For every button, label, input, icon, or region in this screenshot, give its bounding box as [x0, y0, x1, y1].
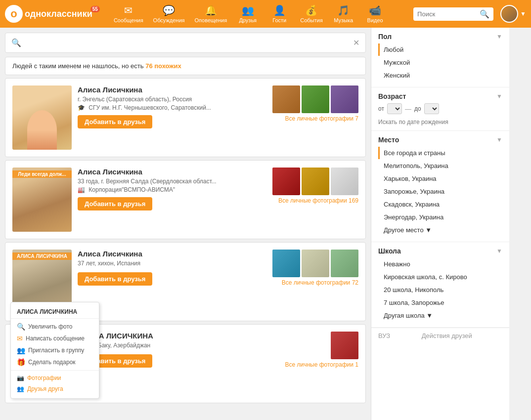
photo-thumb-2-3[interactable] — [331, 168, 358, 195]
filter-gender-any[interactable]: Любой — [378, 43, 502, 56]
filter-place-skadovsk[interactable]: Скадовск, Украина — [378, 198, 502, 210]
age-separator: — — [405, 105, 411, 113]
from-label: от — [378, 105, 384, 112]
logo[interactable]: o одноклассники 55 — [5, 5, 104, 23]
messages-icon: ✉ — [124, 4, 133, 16]
nav-events[interactable]: 💰 События — [296, 2, 326, 25]
all-photos-link-3[interactable]: Все личные фотографии 72 — [282, 279, 358, 286]
context-menu-friends[interactable]: 👥 Друзья друга — [11, 383, 99, 394]
search-bar: 🔍 алиса лисичкна ✕ — [5, 33, 366, 53]
add-friend-btn-3[interactable]: Добавить в друзья — [78, 272, 152, 286]
filter-school-nevazno[interactable]: Неважно — [378, 258, 502, 270]
person-avatar-1[interactable] — [12, 85, 72, 150]
filter-school-toggle[interactable]: ▼ — [496, 248, 502, 254]
person-edu-1: 🎓 СГУ им. Н.Г. Чернышевского, Саратовски… — [78, 104, 264, 111]
notifications-icon: 🔔 — [205, 4, 217, 16]
invite-icon: 👥 — [17, 346, 25, 354]
person-name-3[interactable]: Алиса Лисичкина — [78, 250, 264, 258]
nav-messages[interactable]: ✉ Сообщения — [110, 2, 147, 25]
filter-school: Школа ▼ Неважно Кировская школа, с. Киро… — [371, 242, 509, 328]
all-photos-link-2[interactable]: Все личные фотографии 169 — [278, 197, 358, 204]
photo-thumb-3-3[interactable] — [331, 250, 358, 277]
filter-place-title: Место ▼ — [378, 136, 502, 144]
filter-school-kirovo[interactable]: Кировская школа, с. Кирово — [378, 271, 502, 283]
nav-guests[interactable]: 👤 Гости — [265, 2, 294, 25]
age-from-select[interactable] — [387, 103, 402, 114]
nav-notifications[interactable]: 🔔 Оповещения — [191, 2, 231, 25]
nav-events-label: События — [300, 17, 322, 23]
work-icon-2: 🏭 — [78, 186, 85, 193]
user-dropdown-arrow[interactable]: ▼ — [520, 10, 526, 17]
filter-school-zaporozhe[interactable]: 7 школа, Запорожье — [378, 296, 502, 309]
video-icon: 📹 — [369, 4, 381, 16]
photo-thumb-1-2[interactable] — [302, 85, 329, 113]
photo-thumb-1-3[interactable] — [331, 85, 358, 113]
filter-place-other[interactable]: Другое место ▼ — [378, 224, 502, 236]
add-friend-btn-1[interactable]: Добавить в друзья — [78, 115, 152, 128]
gift-label: Сделать подарок — [28, 359, 76, 366]
nav-friends[interactable]: 👥 Друзья — [233, 2, 263, 25]
all-photos-link-1[interactable]: Все личные фотографии 7 — [285, 115, 358, 122]
person-edu-text-1: СГУ им. Н.Г. Чернышевского, Саратовский.… — [88, 104, 211, 111]
nav-discussions-label: Обсуждения — [153, 17, 185, 23]
context-menu-gift[interactable]: 🎁 Сделать подарок — [11, 356, 99, 368]
events-icon: 💰 — [305, 4, 317, 16]
person-card-2: Леди всегда долж... Алиса Лисичкина 33 г… — [5, 160, 366, 239]
guests-icon: 👤 — [273, 4, 286, 16]
context-menu-photos[interactable]: 📷 Фотографии — [11, 373, 99, 383]
invite-label: Пригласить в группу — [28, 347, 84, 354]
person-avatar-2[interactable]: Леди всегда долж... — [12, 168, 72, 232]
filter-age-label: Возраст — [378, 92, 406, 100]
person-name-4[interactable]: АЛИСА ЛИСИЧКИНА — [78, 332, 264, 340]
photo-thumb-4-1[interactable] — [331, 332, 358, 359]
filter-school-nikopol[interactable]: 20 школа, Никополь — [378, 284, 502, 296]
photo-thumb-2-2[interactable] — [302, 168, 329, 195]
filter-place-energodar[interactable]: Энергодар, Украина — [378, 211, 502, 223]
nav-search-bar[interactable]: 🔍 — [413, 7, 493, 21]
context-menu-invite[interactable]: 👥 Пригласить в группу — [11, 344, 99, 356]
filter-place-zaporozhe[interactable]: Запорожье, Украина — [378, 185, 502, 198]
nav-search-button[interactable]: 🔍 — [480, 9, 489, 19]
person-location-1: г. Энгельс (Саратовская область), Россия — [78, 96, 264, 103]
filter-gender-female[interactable]: Женский — [378, 69, 502, 82]
filter-age-title: Возраст ▼ — [378, 92, 502, 100]
nav-music[interactable]: 🎵 Музыка — [329, 2, 358, 25]
photo-thumb-3-2[interactable] — [302, 250, 329, 277]
nav-guests-label: Гости — [272, 17, 286, 23]
filter-place-melitopol[interactable]: Мелитополь, Украина — [378, 160, 502, 172]
search-icon: 🔍 — [11, 38, 21, 47]
filter-school-other[interactable]: Другая школа ▼ — [378, 309, 502, 322]
photos-link-icon: 📷 — [17, 375, 24, 381]
photos-link-label: Фотографии — [27, 375, 61, 381]
person-name-2[interactable]: Алиса Лисичкина — [78, 168, 264, 176]
photo-thumb-2-1[interactable] — [272, 168, 300, 195]
context-menu-message[interactable]: ✉ Написать сообщение — [11, 333, 99, 344]
context-menu-divider — [11, 370, 99, 371]
context-menu-enlarge[interactable]: 🔍 Увеличить фото — [11, 321, 99, 333]
filter-place-toggle[interactable]: ▼ — [496, 136, 502, 143]
filter-place-kharkov[interactable]: Харьков, Украина — [378, 172, 502, 185]
person-info-3: Алиса Лисичкина 37 лет, хихон, Испания Д… — [78, 250, 264, 314]
filter-gender-toggle[interactable]: ▼ — [496, 33, 502, 40]
photo-thumb-1-1[interactable] — [272, 85, 300, 113]
photo-thumb-3-1[interactable] — [272, 250, 300, 277]
add-friend-btn-2[interactable]: Добавить в друзья — [78, 197, 152, 210]
vuz-actions-bar: ВУЗ Действия друзей — [371, 328, 509, 343]
nav-video[interactable]: 📹 Видео — [360, 2, 390, 25]
nav-discussions[interactable]: 💬 Обсуждения — [149, 2, 189, 25]
clear-search-button[interactable]: ✕ — [353, 38, 359, 47]
search-input[interactable]: алиса лисичкна — [25, 39, 349, 47]
age-to-select[interactable] — [424, 103, 439, 114]
filter-age-toggle[interactable]: ▼ — [496, 93, 502, 100]
filter-birth-link[interactable]: Искать по дате рождения — [378, 119, 448, 126]
nav-friends-label: Друзья — [239, 17, 257, 23]
photos-row-3 — [272, 250, 358, 277]
person-name-1[interactable]: Алиса Лисичкина — [78, 85, 264, 94]
nav-search-input[interactable] — [417, 10, 477, 18]
content-area: 🔍 алиса лисичкна ✕ Людей с таким именем … — [0, 28, 371, 420]
filter-place-all[interactable]: Все города и страны — [378, 147, 502, 159]
filter-gender-male[interactable]: Мужской — [378, 56, 502, 69]
user-avatar[interactable] — [500, 5, 518, 23]
right-sidebar: Пол ▼ Любой Мужской Женский Возраст ▼ от… — [371, 28, 509, 420]
all-photos-link-4[interactable]: Все личные фотографии 1 — [285, 361, 358, 368]
